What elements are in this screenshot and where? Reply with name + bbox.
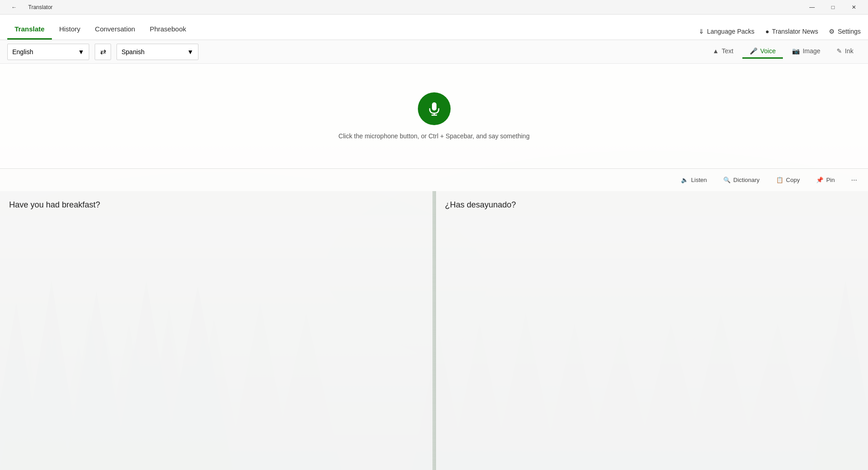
mode-tab-ink[interactable]: ✎ Ink	[829, 45, 861, 59]
target-language-select[interactable]: Spanish ▼	[117, 44, 198, 60]
swap-icon: ⇄	[100, 47, 106, 56]
nav-right: ⇓ Language Packs ● Translator News ⚙ Set…	[699, 28, 861, 40]
settings-label: Settings	[838, 28, 861, 35]
target-language-value: Spanish	[122, 48, 145, 56]
swap-languages-button[interactable]: ⇄	[95, 44, 111, 60]
nav-bar: Translate History Conversation Phraseboo…	[0, 15, 868, 40]
mode-tab-image[interactable]: 📷 Image	[785, 45, 827, 59]
action-bar: 🔈 Listen 🔍 Dictionary 📋 Copy 📌 Pin ⋯	[0, 168, 868, 191]
listen-button[interactable]: 🔈 Listen	[677, 175, 711, 185]
more-icon: ⋯	[851, 177, 857, 183]
gear-icon: ⚙	[829, 28, 835, 35]
recording-panel: Click the microphone button, or Ctrl + S…	[0, 64, 868, 168]
target-lang-chevron-icon: ▼	[187, 48, 193, 56]
close-button[interactable]: ✕	[843, 0, 864, 15]
dictionary-icon: 🔍	[723, 177, 731, 183]
mode-tabs: ▲ Text 🎤 Voice 📷 Image ✎ Ink	[706, 45, 861, 59]
dictionary-label: Dictionary	[733, 177, 760, 183]
svg-rect-42	[432, 102, 437, 111]
ink-mode-label: Ink	[845, 47, 853, 55]
restore-button[interactable]: □	[822, 0, 843, 15]
more-button[interactable]: ⋯	[848, 175, 861, 185]
panels-container: Have you had breakfast? ¿Has desayunado?	[0, 191, 868, 470]
back-button[interactable]: ←	[4, 0, 25, 15]
title-bar-left: ← Translator	[4, 0, 53, 15]
image-mode-icon: 📷	[792, 47, 800, 55]
window-controls: — □ ✕	[802, 0, 864, 15]
microphone-button[interactable]	[418, 92, 451, 125]
language-packs-button[interactable]: ⇓ Language Packs	[699, 28, 754, 35]
pin-label: Pin	[826, 177, 835, 183]
settings-button[interactable]: ⚙ Settings	[829, 28, 861, 35]
text-mode-label: Text	[721, 47, 733, 55]
dictionary-button[interactable]: 🔍 Dictionary	[720, 175, 763, 185]
voice-mode-icon: 🎤	[750, 47, 757, 55]
mode-tab-voice[interactable]: 🎤 Voice	[742, 45, 783, 59]
source-language-value: English	[12, 48, 33, 56]
minimize-button[interactable]: —	[802, 0, 822, 15]
tab-translate[interactable]: Translate	[7, 21, 52, 40]
tab-conversation[interactable]: Conversation	[88, 21, 142, 40]
target-text: ¿Has desayunado?	[445, 200, 516, 209]
translator-news-label: Translator News	[772, 28, 818, 35]
copy-label: Copy	[786, 177, 800, 183]
mode-tab-text[interactable]: ▲ Text	[706, 45, 741, 59]
copy-icon: 📋	[776, 177, 783, 183]
ink-mode-icon: ✎	[837, 47, 842, 55]
voice-mode-label: Voice	[760, 47, 776, 55]
panel-divider	[432, 191, 436, 470]
globe-icon: ●	[766, 28, 769, 35]
translator-news-button[interactable]: ● Translator News	[766, 28, 818, 35]
target-text-panel: ¿Has desayunado?	[436, 191, 868, 470]
source-language-select[interactable]: English ▼	[7, 44, 89, 60]
source-text-panel[interactable]: Have you had breakfast?	[0, 191, 432, 470]
microphone-icon	[427, 101, 442, 116]
tab-phrasebook[interactable]: Phrasebook	[142, 21, 193, 40]
tab-history[interactable]: History	[52, 21, 88, 40]
speaker-icon: 🔈	[681, 177, 688, 183]
source-lang-chevron-icon: ▼	[78, 48, 84, 56]
lang-selectors: English ▼ ⇄ Spanish ▼	[7, 44, 198, 60]
download-icon: ⇓	[699, 28, 704, 35]
listen-label: Listen	[691, 177, 707, 183]
app-title: Translator	[28, 4, 53, 10]
copy-button[interactable]: 📋 Copy	[772, 175, 803, 185]
lang-bar: English ▼ ⇄ Spanish ▼ ▲ Text 🎤 Voice 📷 I…	[0, 40, 868, 64]
source-text: Have you had breakfast?	[9, 200, 100, 209]
pin-icon: 📌	[816, 177, 823, 183]
main-content: Click the microphone button, or Ctrl + S…	[0, 64, 868, 470]
language-packs-label: Language Packs	[707, 28, 754, 35]
pin-button[interactable]: 📌 Pin	[812, 175, 838, 185]
nav-tabs: Translate History Conversation Phraseboo…	[7, 21, 193, 40]
text-mode-icon: ▲	[713, 47, 719, 55]
image-mode-label: Image	[802, 47, 820, 55]
mic-hint-text: Click the microphone button, or Ctrl + S…	[339, 132, 530, 140]
title-bar: ← Translator — □ ✕	[0, 0, 868, 15]
